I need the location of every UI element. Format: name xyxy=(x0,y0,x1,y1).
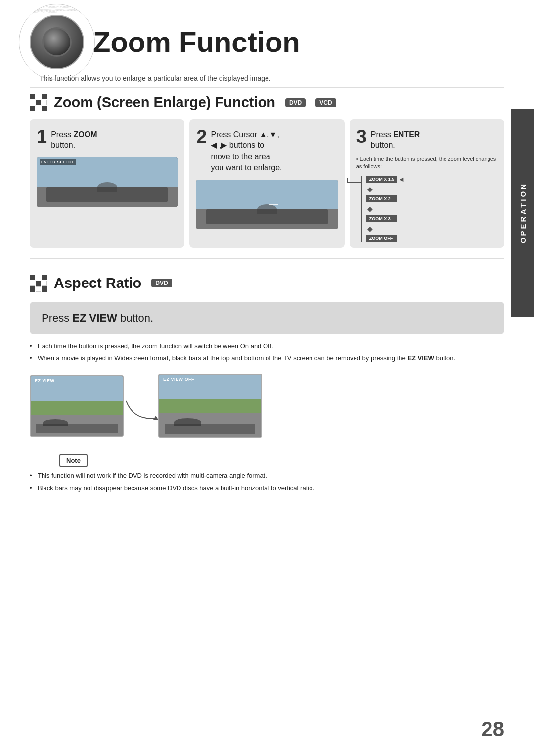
step-2-box: 2 Press Cursor ▲,▼,◀ ,▶ buttons tomove t… xyxy=(189,119,344,248)
operation-label: OPERATION xyxy=(519,182,527,243)
note-box: Note xyxy=(59,454,88,467)
zoom-level-2: ZOOM X 2 xyxy=(366,195,398,202)
ez-view-text: Press EZ VIEW button. xyxy=(42,312,492,325)
note-bullets: This function will not work if the DVD i… xyxy=(30,471,504,494)
ez-view-box: Press EZ VIEW button. xyxy=(30,302,504,334)
step-2-text: Press Cursor ▲,▼,◀ ,▶ buttons tomove to … xyxy=(211,129,282,174)
note-container: Note xyxy=(30,446,504,467)
ez-view-connector-arrow xyxy=(124,396,158,425)
ez-view-image-2: EZ VIEW OFF xyxy=(158,374,262,438)
badge-vcd: VCD xyxy=(315,98,336,107)
step-3-number: 3 xyxy=(356,127,367,146)
page-number: 28 xyxy=(481,717,504,741)
aspect-bullet-1: Each time the button is pressed, the zoo… xyxy=(30,341,504,352)
zoom-diagram: ZOOM X 1.5 ◄ ◆ ZOOM X 2 ◆ ZOOM X 3 ◆ ZOO… xyxy=(356,176,497,242)
section2-icon xyxy=(30,275,47,292)
svg-marker-0 xyxy=(153,416,158,420)
step-1-box: 1 Press ZOOMbutton. ENTER SELECT xyxy=(30,119,184,248)
ez-images-row: EZ VIEW EZ VIEW OFF xyxy=(0,366,534,438)
page-header: 0101010101010101010101010101010101010101… xyxy=(0,0,534,74)
ez-view-label-1: EZ VIEW xyxy=(35,378,55,383)
step-1-text: Press ZOOMbutton. xyxy=(51,129,97,151)
step-1-image-label: ENTER SELECT xyxy=(40,159,76,165)
zoom-diamond-1: ◆ xyxy=(366,185,398,193)
steps-container: 1 Press ZOOMbutton. ENTER SELECT 2 Press… xyxy=(0,119,534,248)
page-subtitle: This function allows you to enlarge a pa… xyxy=(0,74,534,87)
step-1-image: ENTER SELECT xyxy=(37,157,178,207)
note-bullet-1: This function will not work if the DVD i… xyxy=(30,471,504,481)
badge-dvd: DVD xyxy=(285,98,306,107)
note-label: Note xyxy=(66,457,81,464)
section2-header: Aspect Ratio DVD xyxy=(0,269,534,297)
aspect-bullet-2: When a movie is played in Widescreen for… xyxy=(30,353,504,364)
ez-view-label-2: EZ VIEW OFF xyxy=(163,377,194,382)
aspect-bullets: Each time the button is pressed, the zoo… xyxy=(30,341,504,364)
page-title: Zoom Function xyxy=(93,26,300,58)
section2-title: Aspect Ratio xyxy=(54,275,141,291)
section2-badge-dvd: DVD xyxy=(151,279,172,287)
step-3-box: 3 Press ENTERbutton. • Each time the but… xyxy=(350,119,504,248)
step-1-number: 1 xyxy=(37,127,47,146)
zoom-level-off: ZOOM OFF xyxy=(366,235,398,242)
zoom-diamond-3: ◆ xyxy=(366,225,398,233)
section1-title: Zoom (Screen Enlarge) Function xyxy=(54,94,275,111)
section1-icon xyxy=(30,94,47,111)
step-3-zoom-note: • Each time the button is pressed, the z… xyxy=(356,155,497,171)
section2: Aspect Ratio DVD Press EZ VIEW button. E… xyxy=(0,269,534,494)
step-2-number: 2 xyxy=(196,127,207,146)
section1-header: Zoom (Screen Enlarge) Function DVD VCD xyxy=(0,88,534,116)
ez-view-image-1: EZ VIEW xyxy=(30,375,124,437)
zoom-diamond-2: ◆ xyxy=(366,205,398,213)
operation-sidebar: OPERATION xyxy=(511,109,534,317)
note-bullet-2: Black bars may not disappear because som… xyxy=(30,483,504,494)
zoom-level-3: ZOOM X 3 xyxy=(366,215,398,222)
step-2-image xyxy=(196,180,337,229)
header-logo-circle xyxy=(30,15,84,69)
step-3-text: Press ENTERbutton. xyxy=(371,129,420,151)
zoom-level-1: ZOOM X 1.5 xyxy=(366,176,398,183)
